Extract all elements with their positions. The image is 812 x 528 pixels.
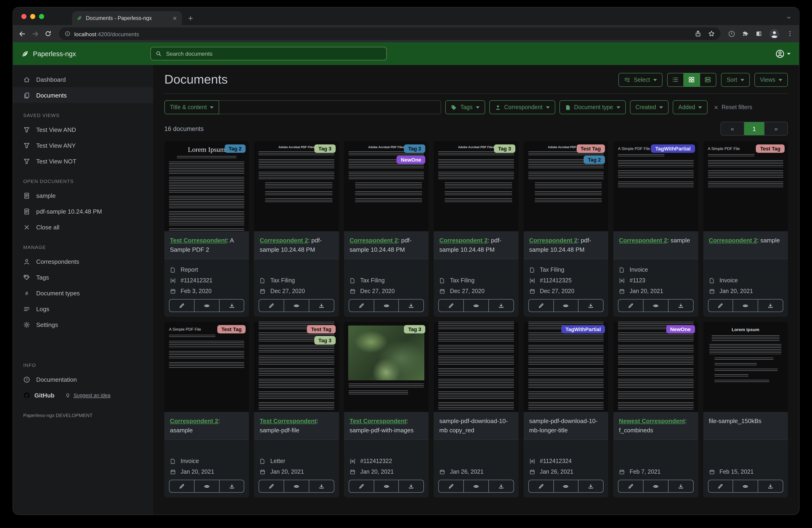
reset-filters-button[interactable]: Reset filters	[714, 104, 752, 111]
tag-badge[interactable]: NewOne	[397, 156, 425, 164]
correspondent-link[interactable]: Newest Correspondent	[619, 417, 685, 425]
tag-badge[interactable]: Test Tag	[217, 325, 246, 333]
sidebar-item-logs[interactable]: Logs	[13, 301, 153, 317]
new-tab-button[interactable]	[188, 15, 193, 22]
document-thumbnail[interactable]: A Simple PDF FileTagWithPartial	[613, 141, 698, 231]
bookmark-star-icon[interactable]	[708, 30, 715, 37]
tag-badge[interactable]: Tag 2	[583, 156, 605, 164]
added-filter-button[interactable]: Added	[673, 100, 708, 114]
sidebar-item-settings[interactable]: Settings	[13, 317, 153, 332]
sidebar-item-sample[interactable]: sample	[13, 188, 153, 203]
preview-button[interactable]	[463, 480, 489, 492]
correspondent-link[interactable]: Correspondent 2	[260, 237, 308, 244]
edit-button[interactable]	[619, 480, 643, 492]
global-search[interactable]	[150, 47, 387, 60]
tag-badge[interactable]: Tag 2	[224, 144, 246, 153]
user-menu[interactable]	[775, 49, 791, 58]
correspondent-link[interactable]: Test Correspondent	[260, 417, 317, 425]
document-thumbnail[interactable]: NewOne	[613, 322, 698, 412]
password-extension-icon[interactable]	[728, 30, 735, 38]
sidebar-item-documents[interactable]: Documents	[13, 87, 153, 103]
document-thumbnail[interactable]: A Simple PDF FileTest Tag	[164, 322, 249, 412]
edit-button[interactable]	[349, 480, 374, 492]
filter-field-button[interactable]: Title & content	[164, 100, 219, 114]
download-button[interactable]	[309, 300, 334, 312]
share-icon[interactable]	[695, 30, 701, 37]
correspondent-link[interactable]: Correspondent 2	[529, 237, 577, 244]
sidebar-item-test-view-and[interactable]: Test View AND	[13, 122, 153, 138]
sidebar-item-tags[interactable]: Tags	[13, 269, 153, 285]
download-button[interactable]	[398, 480, 424, 492]
document-thumbnail[interactable]: A Simple PDF FileTest Tag	[703, 141, 788, 231]
reload-button[interactable]	[45, 30, 52, 37]
page-next-button[interactable]: »	[764, 122, 787, 135]
edit-button[interactable]	[349, 300, 374, 312]
download-button[interactable]	[489, 480, 513, 492]
sidebar-item-test-view-any[interactable]: Test View ANY	[13, 138, 153, 153]
preview-button[interactable]	[643, 300, 668, 312]
correspondent-link[interactable]: Correspondent 2	[350, 237, 398, 244]
sidebar-item-github[interactable]: GitHub	[23, 392, 55, 399]
tag-badge[interactable]: Test Tag	[756, 144, 785, 153]
preview-button[interactable]	[194, 300, 219, 312]
preview-button[interactable]	[733, 300, 758, 312]
title-content-filter-input[interactable]	[219, 100, 441, 114]
download-button[interactable]	[758, 480, 783, 492]
created-filter-button[interactable]: Created	[630, 100, 669, 114]
edit-button[interactable]	[708, 300, 733, 312]
sort-button[interactable]: Sort	[721, 73, 750, 87]
tag-badge[interactable]: Tag 2	[404, 144, 425, 153]
sidebar-item-dashboard[interactable]: Dashboard	[13, 72, 153, 87]
tab-search-chevron-icon[interactable]	[786, 15, 792, 20]
download-button[interactable]	[398, 300, 424, 312]
view-grid-button[interactable]	[683, 73, 700, 86]
app-brand[interactable]: Paperless-ngx	[21, 50, 76, 57]
preview-button[interactable]	[284, 300, 309, 312]
tab-close-icon[interactable]	[172, 16, 177, 21]
preview-button[interactable]	[284, 480, 309, 492]
sidebar-item-close-all[interactable]: Close all	[13, 219, 153, 235]
tag-badge[interactable]: TagWithPartial	[651, 144, 695, 153]
edit-button[interactable]	[439, 480, 464, 492]
preview-button[interactable]	[374, 300, 398, 312]
sidebar-item-test-view-not[interactable]: Test View NOT	[13, 153, 153, 169]
edit-button[interactable]	[259, 300, 284, 312]
document-thumbnail[interactable]: Lorem ipsum	[703, 322, 788, 412]
correspondent-link[interactable]: Correspondent 2	[709, 237, 757, 244]
document-thumbnail[interactable]: Adobe Acrobat PDF FilesTag 3	[254, 141, 339, 231]
address-bar[interactable]: localhost:4200/documents	[59, 27, 721, 40]
download-button[interactable]	[219, 300, 244, 312]
extensions-puzzle-icon[interactable]	[742, 30, 749, 37]
suggest-idea-link[interactable]: Suggest an idea	[65, 393, 111, 398]
browser-menu-icon[interactable]	[786, 30, 794, 37]
tag-badge[interactable]: Tag 3	[314, 336, 336, 345]
edit-button[interactable]	[528, 300, 553, 312]
correspondent-link[interactable]: Correspondent 2	[170, 417, 218, 425]
select-button[interactable]: Select	[619, 73, 663, 87]
sidebar-item-documentation[interactable]: ?Documentation	[13, 371, 153, 387]
document-thumbnail[interactable]: Tag 3	[344, 322, 429, 412]
preview-button[interactable]	[553, 480, 578, 492]
tag-badge[interactable]: Tag 3	[494, 144, 515, 153]
sidebar-item-pdf-sample-10.24.48-pm[interactable]: pdf-sample 10.24.48 PM	[13, 203, 153, 219]
tag-badge[interactable]: Tag 3	[314, 144, 336, 153]
download-button[interactable]	[668, 480, 693, 492]
tag-badge[interactable]: Tag 3	[404, 325, 425, 333]
tags-filter-button[interactable]: Tags	[446, 100, 485, 114]
side-panel-icon[interactable]	[755, 30, 762, 37]
preview-button[interactable]	[643, 480, 668, 492]
edit-button[interactable]	[708, 480, 733, 492]
correspondent-link[interactable]: Test Correspondent	[350, 417, 406, 425]
search-input[interactable]	[165, 50, 381, 57]
download-button[interactable]	[578, 300, 603, 312]
document-type-filter-button[interactable]: Document type	[559, 100, 626, 114]
document-thumbnail[interactable]: TagWithPartial	[523, 322, 608, 412]
sidebar-item-document-types[interactable]: #Document types	[13, 285, 153, 301]
correspondent-filter-button[interactable]: Correspondent	[489, 100, 555, 114]
browser-tab[interactable]: Documents - Paperless-ngx	[72, 11, 182, 25]
tag-badge[interactable]: Test Tag	[576, 144, 605, 153]
edit-button[interactable]	[439, 300, 464, 312]
download-button[interactable]	[309, 480, 334, 492]
preview-button[interactable]	[374, 480, 398, 492]
views-button[interactable]: Views	[754, 73, 788, 87]
